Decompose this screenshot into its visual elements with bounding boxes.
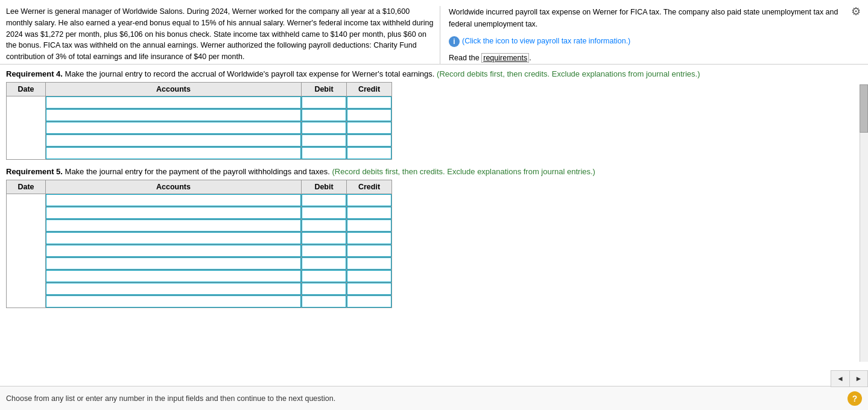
credit-cell[interactable]	[347, 122, 392, 134]
debit-input[interactable]	[302, 134, 346, 147]
accounts-cell[interactable]	[46, 194, 302, 207]
debit-input[interactable]	[302, 245, 346, 257]
accounts-cell[interactable]	[46, 207, 302, 219]
accounts-cell[interactable]	[46, 270, 302, 283]
accounts-cell[interactable]	[46, 257, 302, 270]
credit-cell[interactable]	[347, 219, 392, 232]
scrollbar[interactable]	[860, 84, 868, 362]
nav-right-button[interactable]: ►	[849, 371, 867, 386]
accounts-cell[interactable]	[46, 232, 302, 245]
accounts-input[interactable]	[46, 147, 301, 159]
debit-cell[interactable]	[302, 122, 347, 134]
accounts-cell[interactable]	[46, 134, 302, 147]
accounts-cell[interactable]	[46, 245, 302, 257]
credit-cell[interactable]	[347, 295, 392, 308]
accounts-input[interactable]	[46, 109, 301, 121]
accounts-cell[interactable]	[46, 147, 302, 160]
accounts-cell[interactable]	[46, 295, 302, 308]
accounts-cell[interactable]	[46, 219, 302, 232]
accounts-input[interactable]	[46, 207, 301, 219]
table-row	[7, 232, 392, 245]
credit-cell[interactable]	[347, 283, 392, 295]
accounts-input[interactable]	[46, 270, 301, 282]
debit-input[interactable]	[302, 232, 346, 244]
debit-cell[interactable]	[302, 295, 347, 308]
table-row	[7, 96, 392, 109]
credit-input[interactable]	[347, 270, 391, 282]
debit-cell[interactable]	[302, 109, 347, 122]
credit-input[interactable]	[347, 232, 391, 244]
debit-input[interactable]	[302, 283, 346, 295]
requirements-link[interactable]: requirements	[481, 53, 529, 63]
debit-cell[interactable]	[302, 257, 347, 270]
accounts-cell[interactable]	[46, 109, 302, 122]
credit-input[interactable]	[347, 219, 391, 232]
accounts-cell[interactable]	[46, 283, 302, 295]
credit-input[interactable]	[347, 194, 391, 206]
info-icon[interactable]: i	[449, 36, 460, 47]
credit-cell[interactable]	[347, 245, 392, 257]
debit-input[interactable]	[302, 219, 346, 232]
credit-cell[interactable]	[347, 194, 392, 207]
scrollbar-thumb[interactable]	[860, 84, 868, 133]
credit-cell[interactable]	[347, 257, 392, 270]
table-row	[7, 122, 392, 134]
table-row	[7, 270, 392, 283]
debit-cell[interactable]	[302, 194, 347, 207]
credit-input[interactable]	[347, 283, 391, 295]
debit-cell[interactable]	[302, 96, 347, 109]
debit-cell[interactable]	[302, 207, 347, 219]
debit-cell[interactable]	[302, 270, 347, 283]
accounts-input[interactable]	[46, 134, 301, 147]
debit-input[interactable]	[302, 194, 346, 206]
debit-cell[interactable]	[302, 283, 347, 295]
accounts-input[interactable]	[46, 122, 301, 134]
debit-cell[interactable]	[302, 147, 347, 160]
debit-input[interactable]	[302, 122, 346, 134]
accounts-cell[interactable]	[46, 96, 302, 109]
debit-input[interactable]	[302, 295, 346, 308]
credit-input[interactable]	[347, 96, 391, 109]
credit-input[interactable]	[347, 207, 391, 219]
req4-label: Requirement 4. Make the journal entry to…	[6, 69, 700, 78]
accounts-input[interactable]	[46, 295, 301, 308]
help-icon[interactable]: ?	[847, 391, 862, 406]
debit-cell[interactable]	[302, 219, 347, 232]
credit-input[interactable]	[347, 295, 391, 308]
accounts-input[interactable]	[46, 245, 301, 257]
debit-input[interactable]	[302, 270, 346, 282]
credit-input[interactable]	[347, 257, 391, 270]
debit-input[interactable]	[302, 207, 346, 219]
accounts-input[interactable]	[46, 194, 301, 206]
gear-icon[interactable]: ⚙	[851, 5, 861, 18]
credit-input[interactable]	[347, 245, 391, 257]
credit-cell[interactable]	[347, 270, 392, 283]
debit-cell[interactable]	[302, 245, 347, 257]
nav-left-button[interactable]: ◄	[831, 371, 849, 386]
debit-cell[interactable]	[302, 134, 347, 147]
credit-input[interactable]	[347, 109, 391, 121]
req4-label-row: Requirement 4. Make the journal entry to…	[6, 69, 862, 78]
accounts-input[interactable]	[46, 232, 301, 244]
req5-label-row: Requirement 5. Make the journal entry fo…	[6, 167, 862, 176]
payroll-tax-link[interactable]: (Click the icon to view payroll tax rate…	[462, 37, 630, 45]
credit-input[interactable]	[347, 147, 391, 159]
debit-input[interactable]	[302, 147, 346, 159]
debit-input[interactable]	[302, 109, 346, 121]
debit-cell[interactable]	[302, 232, 347, 245]
accounts-input[interactable]	[46, 219, 301, 232]
credit-cell[interactable]	[347, 109, 392, 122]
accounts-input[interactable]	[46, 257, 301, 270]
accounts-input[interactable]	[46, 283, 301, 295]
debit-input[interactable]	[302, 96, 346, 109]
credit-cell[interactable]	[347, 134, 392, 147]
credit-cell[interactable]	[347, 147, 392, 160]
credit-cell[interactable]	[347, 232, 392, 245]
credit-input[interactable]	[347, 134, 391, 147]
credit-cell[interactable]	[347, 96, 392, 109]
debit-input[interactable]	[302, 257, 346, 270]
accounts-input[interactable]	[46, 96, 301, 109]
credit-cell[interactable]	[347, 207, 392, 219]
credit-input[interactable]	[347, 122, 391, 134]
accounts-cell[interactable]	[46, 122, 302, 134]
